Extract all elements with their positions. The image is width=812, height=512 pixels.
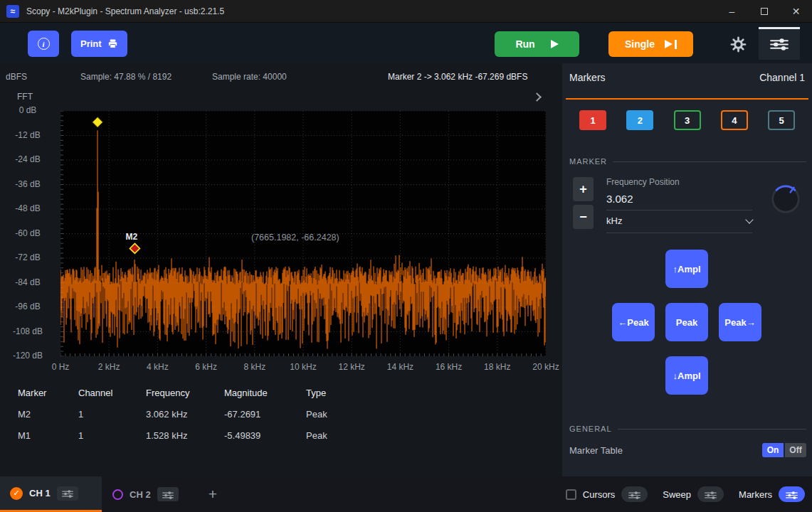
y-axis-tick-label: -84 dB [0, 277, 56, 287]
sliders-icon [62, 489, 73, 497]
run-button[interactable]: Run [495, 31, 579, 57]
sliders-icon [770, 38, 789, 50]
marker-table-cell: M1 [18, 430, 78, 441]
channel2-disabled-circle-icon[interactable] [112, 489, 123, 500]
markers-settings-panel: Markers Channel 1 12345 MARKER + − Frequ… [562, 63, 812, 476]
marker-select-group: 12345 [579, 110, 795, 130]
marker-table-header: Channel [78, 388, 146, 398]
channel2-label: CH 2 [130, 489, 151, 500]
toolbar: i Print Run Single [0, 23, 812, 63]
marker-table-row[interactable]: M111.528 kHz-5.49839Peak [18, 425, 552, 446]
cursors-checkbox[interactable] [566, 489, 576, 500]
marker-table-row[interactable]: M213.062 kHz-67.2691Peak [18, 403, 552, 425]
marker-table-cell: 1 [78, 430, 146, 441]
sweep-settings-button[interactable] [697, 486, 724, 502]
frequency-input[interactable] [606, 193, 752, 210]
channel1-label: CH 1 [29, 488, 51, 498]
ampl-down-button[interactable]: ↓Ampl [665, 356, 708, 395]
x-axis-tick-label: 10 kHz [290, 362, 316, 372]
marker-section-heading: MARKER [569, 157, 806, 166]
y-axis-tick-label: -60 dB [0, 228, 56, 238]
single-run-icon [665, 40, 677, 49]
sliders-icon [786, 491, 798, 498]
general-section-label: GENERAL [569, 425, 612, 433]
peak-button[interactable]: Peak [665, 303, 708, 341]
frequency-unit-dropdown[interactable]: kHz [606, 215, 752, 233]
marker-table-header: Type [306, 388, 552, 398]
maximize-icon [761, 8, 768, 15]
x-axis-tick-label: 4 kHz [147, 362, 169, 372]
marker-table-toggle: On Off [762, 443, 806, 457]
marker-table-cell: -67.2691 [224, 409, 306, 420]
y-axis-tick-label: -120 dB [0, 351, 56, 361]
marker-select-button-2[interactable]: 2 [626, 110, 653, 130]
marker-table-header-row: MarkerChannelFrequencyMagnitudeType [18, 382, 552, 403]
print-button[interactable]: Print [71, 31, 127, 57]
collapse-panel-chevron-icon[interactable] [532, 92, 542, 102]
single-button-label: Single [625, 38, 655, 50]
sweep-label: Sweep [663, 489, 691, 500]
fft-mode-label: FFT [17, 92, 33, 102]
window-title: Scopy - M2kPlugin - Spectrum Analyzer - … [26, 6, 224, 16]
channel1-enabled-check-icon[interactable]: ✓ [10, 487, 23, 500]
minimize-icon: – [729, 6, 735, 17]
marker-table-cell: 1.528 kHz [146, 430, 224, 441]
y-axis-tick-label: -108 dB [0, 326, 56, 336]
marker-select-button-3[interactable]: 3 [674, 110, 701, 130]
cursors-label: Cursors [583, 489, 616, 500]
spectrum-plot[interactable]: M2(7665.1982, -66.2428) [60, 111, 546, 356]
ampl-up-button[interactable]: ↑Ampl [665, 250, 708, 288]
info-button[interactable]: i [28, 31, 59, 57]
frequency-stepper: + − [573, 177, 594, 229]
marker-table-cell: 1 [78, 409, 146, 420]
bottom-bar: ✓ CH 1 CH 2 + Cursors Sweep Markers [0, 476, 812, 512]
gear-icon [730, 36, 747, 53]
info-icon: i [38, 38, 50, 50]
close-button[interactable]: ✕ [780, 0, 812, 23]
preferences-button[interactable] [727, 33, 749, 55]
channel2-settings-button[interactable] [157, 487, 179, 501]
toggle-on[interactable]: On [762, 443, 784, 457]
tool-menu-button[interactable] [759, 27, 800, 60]
markers-settings-button[interactable] [779, 486, 805, 502]
marker-select-button-1[interactable]: 1 [579, 110, 606, 130]
single-button[interactable]: Single [608, 31, 693, 57]
x-axis-tick-label: 18 kHz [484, 362, 510, 372]
frequency-knob[interactable] [769, 183, 802, 215]
marker-table: MarkerChannelFrequencyMagnitudeType M213… [18, 382, 552, 446]
add-channel-button[interactable]: + [204, 485, 222, 503]
cursors-settings-button[interactable] [621, 486, 648, 502]
x-axis-tick-label: 16 kHz [436, 362, 462, 372]
marker-select-button-4[interactable]: 4 [721, 110, 748, 130]
maximize-button[interactable] [748, 0, 780, 23]
minimize-button[interactable]: – [716, 0, 748, 23]
decrement-button[interactable]: − [573, 205, 594, 229]
panel-header: Markers Channel 1 [569, 72, 805, 83]
chevron-down-icon [745, 215, 753, 223]
marker-select-button-5[interactable]: 5 [768, 110, 795, 130]
sliders-icon [705, 491, 717, 498]
channel-label: Channel 1 [759, 72, 805, 83]
channel1-settings-button[interactable] [57, 486, 78, 501]
marker-table-cell: Peak [306, 409, 552, 420]
run-button-label: Run [515, 38, 534, 50]
marker-table-toggle-label: Marker Table [569, 445, 623, 456]
peak-right-button[interactable]: Peak→ [719, 303, 761, 341]
x-axis-tick-label: 14 kHz [387, 362, 413, 372]
marker-section-label: MARKER [569, 157, 607, 166]
marker-table-cell: M2 [18, 409, 78, 420]
x-axis-tick-label: 2 kHz [98, 362, 120, 372]
panel-accent-underline [566, 98, 808, 100]
print-button-label: Print [80, 38, 102, 49]
frequency-position-label: Frequency Position [606, 177, 680, 187]
channel1-tab[interactable]: ✓ CH 1 [0, 476, 102, 512]
toggle-off[interactable]: Off [785, 443, 806, 457]
peak-left-button[interactable]: ←Peak [612, 303, 655, 341]
x-axis-tick-label: 12 kHz [339, 362, 365, 372]
increment-button[interactable]: + [573, 177, 594, 201]
window-controls: – ✕ [716, 0, 812, 23]
y-axis-tick-label: -48 dB [0, 203, 56, 213]
marker-table-header: Magnitude [224, 388, 306, 398]
x-axis-tick-label: 8 kHz [243, 362, 265, 372]
channel2-tab[interactable]: CH 2 [112, 476, 179, 512]
